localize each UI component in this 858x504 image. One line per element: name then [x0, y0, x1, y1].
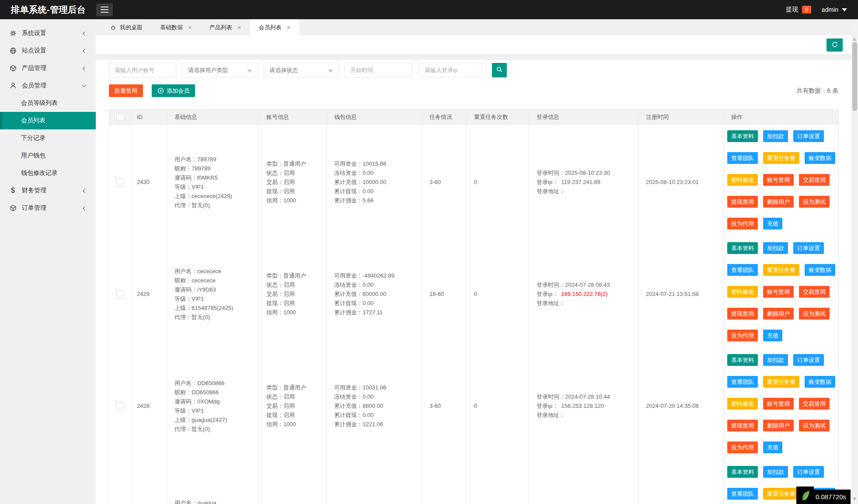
row-checkbox-cell: [109, 348, 131, 464]
close-icon[interactable]: ×: [237, 24, 241, 31]
sidebar-item-system-settings[interactable]: 系统设置: [0, 24, 96, 42]
row-action-button[interactable]: 基本资料: [727, 130, 758, 142]
row-action-button[interactable]: 设为测试: [799, 308, 830, 320]
sidebar-item-order-management[interactable]: 订单管理: [0, 199, 96, 217]
row-action-button[interactable]: 重置任务量: [763, 152, 799, 164]
tab-basic-data[interactable]: 基础数据 ×: [151, 19, 201, 35]
status-select[interactable]: 请选择状态: [264, 63, 338, 77]
column-header-reset-count: 重置任务次数: [467, 110, 529, 125]
login-ip-value: 119.237.241.89: [558, 179, 600, 185]
sidebar-subitem-label: 钱包修改记录: [21, 169, 58, 177]
sidebar-item-wallet-change-records[interactable]: 钱包修改记录: [0, 164, 96, 182]
row-action-button[interactable]: 基本资料: [727, 354, 758, 366]
tab-member-list[interactable]: 会员列表 ×: [250, 19, 300, 35]
row-action-button[interactable]: 账号禁用: [763, 398, 794, 410]
sidebar-item-user-wallet[interactable]: 用户钱包: [0, 147, 96, 164]
row-action-button[interactable]: 交易禁用: [799, 174, 830, 186]
sidebar-item-score-records[interactable]: 下分记录: [0, 129, 96, 147]
close-icon[interactable]: ×: [188, 24, 192, 31]
row-action-button[interactable]: 提现禁用: [727, 308, 758, 320]
tab-desktop[interactable]: 我的桌面: [101, 19, 151, 35]
user-type-select-value: 请选择用户类型: [188, 66, 228, 74]
topbar: 排单系统-管理后台 提现 0 admin: [0, 0, 858, 19]
sidebar-item-member-level-list[interactable]: 会员等级列表: [0, 94, 96, 112]
row-action-button[interactable]: 重置任务量: [763, 376, 799, 388]
sidebar-item-member-list[interactable]: 会员列表: [0, 112, 96, 129]
row-action-button[interactable]: 设为代理: [727, 330, 758, 341]
sidebar-item-finance-management[interactable]: $ 财务管理: [0, 182, 96, 199]
row-action-button[interactable]: 设为测试: [799, 420, 830, 431]
row-action-button[interactable]: 删除用户: [763, 308, 794, 320]
scrollbar-thumb[interactable]: [852, 42, 857, 111]
menu-toggle-icon[interactable]: [96, 3, 113, 16]
row-action-button[interactable]: 加扣款: [763, 354, 788, 366]
user-menu[interactable]: admin: [822, 6, 847, 13]
sidebar-item-product-management[interactable]: 产品管理: [0, 59, 96, 77]
user-type-select[interactable]: 请选择用户类型: [182, 63, 258, 77]
row-action-button[interactable]: 充值: [763, 218, 782, 229]
row-action-button[interactable]: 加扣款: [763, 130, 788, 142]
row-action-button[interactable]: 加扣款: [763, 466, 788, 478]
row-action-button[interactable]: 密码修改: [727, 286, 758, 298]
batch-disable-button[interactable]: 批量禁用: [109, 84, 143, 97]
row-action-button[interactable]: 基本资料: [727, 242, 758, 254]
withdraw-link[interactable]: 提现 0: [786, 6, 811, 14]
row-action-button[interactable]: 密码修改: [727, 174, 758, 186]
row-action-button[interactable]: 账变数据: [805, 264, 835, 276]
row-action-button[interactable]: 查看团队: [727, 152, 758, 164]
account-search-input[interactable]: [109, 63, 176, 77]
row-action-button[interactable]: 查看团队: [727, 376, 758, 388]
row-action-button[interactable]: 设为代理: [727, 218, 758, 229]
refresh-button[interactable]: [827, 38, 843, 52]
row-action-button[interactable]: 充值: [763, 330, 782, 341]
row-action-button[interactable]: 订单设置: [793, 130, 824, 142]
row-checkbox[interactable]: [116, 178, 124, 186]
row-action-button[interactable]: 设为代理: [727, 441, 758, 453]
sidebar-item-member-management[interactable]: 会员管理: [0, 77, 96, 94]
row-action-button[interactable]: 提现禁用: [727, 196, 758, 208]
row-checkbox[interactable]: [116, 402, 124, 410]
row-action-button[interactable]: 查看团队: [727, 264, 758, 276]
login-line-label: 登录时间：2024-07-28 08:43: [537, 282, 610, 288]
row-action-button[interactable]: 重置任务量: [763, 488, 799, 500]
row-action-button[interactable]: 基本资料: [727, 466, 758, 478]
info-line: 可用资金：10031.06: [334, 383, 386, 392]
account-info: 类型：普通用户状态：启用交易：启用提现：启用信用：1000: [266, 383, 306, 429]
scroll-up-arrow-icon[interactable]: [853, 38, 856, 41]
action-button-row: 设为代理充值: [727, 441, 835, 453]
row-action-button[interactable]: 设为测试: [799, 196, 830, 208]
row-action-button[interactable]: 交易禁用: [799, 398, 830, 410]
row-action-button[interactable]: 交易禁用: [799, 286, 830, 298]
login-line-label: 登录ip：: [537, 179, 558, 185]
add-member-button[interactable]: 添加会员: [152, 84, 195, 97]
row-action-button[interactable]: 密码修改: [727, 398, 758, 410]
row-action-button[interactable]: 提现禁用: [727, 420, 758, 431]
row-action-button[interactable]: 删除用户: [763, 196, 794, 208]
tab-product-list[interactable]: 产品列表 ×: [201, 19, 250, 35]
row-action-button[interactable]: 充值: [763, 441, 782, 453]
row-action-button[interactable]: 加扣款: [763, 242, 788, 254]
row-action-button[interactable]: 订单设置: [793, 354, 824, 366]
info-line: 登录地址：: [537, 187, 610, 196]
row-action-button[interactable]: 账号禁用: [763, 174, 794, 186]
close-icon[interactable]: ×: [287, 24, 291, 31]
row-action-button[interactable]: 查看团队: [727, 488, 758, 500]
start-time-input[interactable]: [345, 63, 413, 77]
vertical-scrollbar[interactable]: [851, 19, 858, 504]
row-action-button[interactable]: 订单设置: [793, 466, 824, 478]
login-ip-input[interactable]: [419, 63, 486, 77]
row-action-button[interactable]: 重置任务量: [763, 264, 799, 276]
row-action-button[interactable]: 订单设置: [793, 242, 824, 254]
row-checkbox[interactable]: [116, 290, 124, 298]
login-line-label: 登录地址：: [537, 300, 565, 306]
row-checkbox-cell: [109, 460, 131, 504]
scroll-down-arrow-icon[interactable]: [853, 497, 856, 501]
select-all-checkbox[interactable]: [116, 113, 124, 121]
search-button[interactable]: [492, 63, 507, 77]
sidebar-item-site-settings[interactable]: 站点设置: [0, 42, 96, 59]
row-action-button[interactable]: 账号禁用: [763, 286, 794, 298]
info-line: 上级：guagua(2427): [174, 415, 227, 424]
row-action-button[interactable]: 删除用户: [763, 420, 794, 431]
row-action-button[interactable]: 账变数据: [805, 376, 835, 388]
row-action-button[interactable]: 账变数据: [805, 152, 835, 164]
